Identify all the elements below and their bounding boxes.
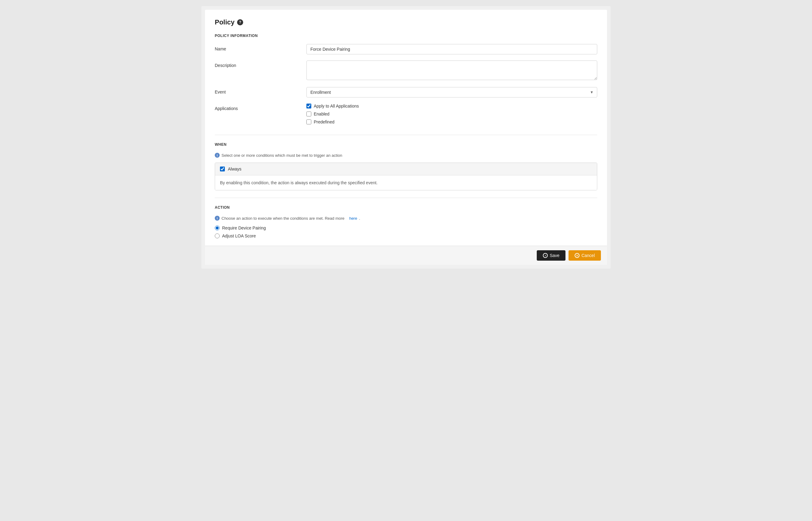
- enabled-checkbox[interactable]: [306, 112, 311, 116]
- action-hint-end: .: [359, 216, 360, 221]
- divider-when: [215, 135, 597, 135]
- action-section: ACTION i Choose an action to execute whe…: [215, 205, 597, 239]
- always-checkbox[interactable]: [220, 166, 225, 172]
- always-label: Always: [228, 166, 241, 172]
- save-button[interactable]: + Save: [537, 250, 565, 260]
- name-label: Name: [215, 44, 306, 51]
- applications-label: Applications: [215, 104, 306, 111]
- event-label: Event: [215, 87, 306, 94]
- when-section: WHEN i Select one or more conditions whi…: [215, 142, 597, 190]
- condition-body: By enabling this condition, the action i…: [215, 175, 597, 190]
- cancel-button-label: Cancel: [581, 253, 595, 258]
- adjust-loa-score-radio[interactable]: [215, 233, 219, 239]
- event-control-area: Enrollment Login Authentication ▼: [306, 87, 597, 97]
- page-container: Policy ? POLICY INFORMATION Name Descrip…: [201, 6, 611, 269]
- divider-action: [215, 198, 597, 198]
- event-select[interactable]: Enrollment Login Authentication: [306, 87, 597, 97]
- action-hint: i Choose an action to execute when the c…: [215, 216, 597, 221]
- condition-header: Always: [215, 163, 597, 175]
- condition-box: Always By enabling this condition, the a…: [215, 163, 597, 190]
- info-icon-action: i: [215, 216, 219, 221]
- enabled-label: Enabled: [314, 112, 329, 116]
- description-label: Description: [215, 61, 306, 68]
- page-title-row: Policy ?: [215, 18, 597, 26]
- form-row-name: Name: [215, 44, 597, 54]
- when-hint-text: Select one or more conditions which must…: [222, 153, 342, 158]
- form-row-event: Event Enrollment Login Authentication ▼: [215, 87, 597, 97]
- footer-bar: + Save ✕ Cancel: [205, 246, 607, 265]
- save-icon: +: [543, 253, 548, 258]
- description-textarea[interactable]: [306, 61, 597, 80]
- page-title: Policy: [215, 18, 235, 26]
- apply-to-all-row: Apply to All Applications: [306, 104, 597, 109]
- action-hint-text: Choose an action to execute when the con…: [222, 216, 345, 221]
- predefined-checkbox[interactable]: [306, 119, 311, 124]
- name-input[interactable]: [306, 44, 597, 54]
- cancel-icon: ✕: [575, 253, 580, 258]
- action-radio-row-1: Adjust LOA Score: [215, 233, 597, 239]
- require-device-pairing-radio[interactable]: [215, 226, 219, 230]
- description-control-area: [306, 61, 597, 81]
- enabled-row: Enabled: [306, 112, 597, 116]
- apply-to-all-label: Apply to All Applications: [314, 104, 359, 109]
- help-icon[interactable]: ?: [237, 19, 243, 25]
- main-panel: Policy ? POLICY INFORMATION Name Descrip…: [205, 10, 607, 265]
- name-control-area: [306, 44, 597, 54]
- when-hint: i Select one or more conditions which mu…: [215, 153, 597, 158]
- predefined-row: Predefined: [306, 119, 597, 124]
- action-radio-row-0: Require Device Pairing: [215, 226, 597, 230]
- section-header-when: WHEN: [215, 142, 597, 147]
- save-button-label: Save: [550, 253, 559, 258]
- adjust-loa-score-label: Adjust LOA Score: [222, 233, 256, 239]
- cancel-button[interactable]: ✕ Cancel: [569, 250, 601, 260]
- applications-control-area: Apply to All Applications Enabled Predef…: [306, 104, 597, 128]
- form-row-description: Description: [215, 61, 597, 81]
- form-row-applications: Applications Apply to All Applications E…: [215, 104, 597, 128]
- info-icon-when: i: [215, 153, 219, 158]
- require-device-pairing-label: Require Device Pairing: [222, 226, 266, 230]
- apply-to-all-checkbox[interactable]: [306, 104, 311, 109]
- action-hint-link[interactable]: here: [349, 216, 357, 221]
- section-header-action: ACTION: [215, 205, 597, 210]
- always-description: By enabling this condition, the action i…: [220, 180, 377, 185]
- section-header-policy-info: POLICY INFORMATION: [215, 33, 597, 38]
- event-select-wrapper: Enrollment Login Authentication ▼: [306, 87, 597, 97]
- predefined-label: Predefined: [314, 119, 334, 124]
